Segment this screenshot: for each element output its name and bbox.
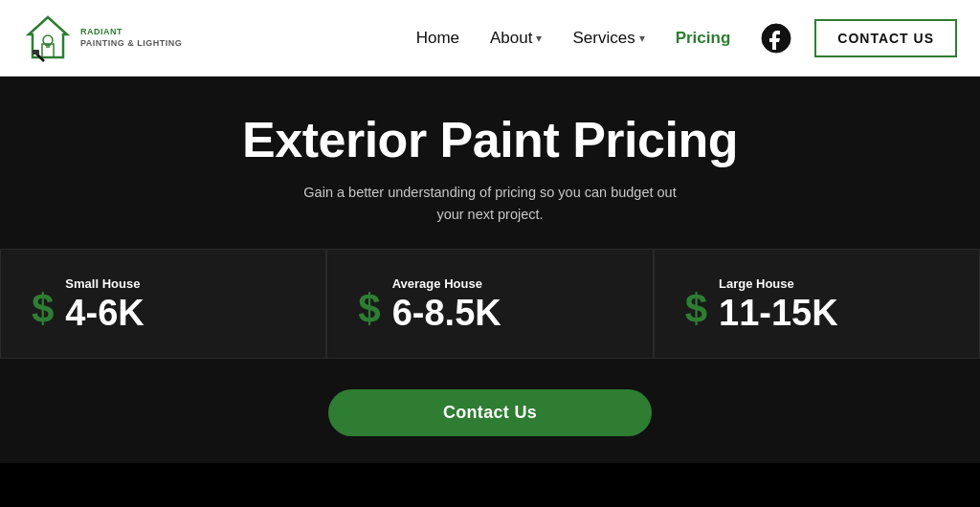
price-label-large: Large House [719,276,838,291]
hero-subtitle: Gain a better understanding of pricing s… [299,182,681,226]
price-amount-large: 11-15K [719,295,838,331]
price-label-average: Average House [392,276,501,291]
nav-link-home[interactable]: Home [416,29,459,48]
dollar-sign-icon: $ [32,289,54,329]
contact-us-cta-button[interactable]: Contact Us [328,389,652,436]
logo: RADIANT PAINTING & LIGHTING [23,13,182,63]
nav-link-services[interactable]: Services ▾ [572,29,644,48]
contact-us-button[interactable]: CONTACT US [814,19,957,57]
dollar-sign-icon: $ [358,289,380,329]
nav-link-pricing[interactable]: Pricing [676,29,731,48]
cta-area: Contact Us [0,359,980,463]
logo-text: RADIANT PAINTING & LIGHTING [80,27,182,49]
nav-item-home[interactable]: Home [416,29,459,48]
nav-link-about[interactable]: About ▾ [490,29,542,48]
pricing-row: $ Small House 4-6K $ Average House 6-8.5… [0,249,980,359]
chevron-down-icon: ▾ [639,32,645,45]
hero-title: Exterior Paint Pricing [19,111,961,168]
hero-section: Exterior Paint Pricing Gain a better und… [0,77,980,249]
nav-item-about[interactable]: About ▾ [490,29,542,48]
price-amount-small: 4-6K [65,295,144,331]
svg-rect-1 [42,44,54,57]
nav-item-pricing[interactable]: Pricing [676,29,731,48]
logo-icon [23,13,73,63]
price-card-average: $ Average House 6-8.5K [326,249,653,359]
price-card-small: $ Small House 4-6K [0,249,326,359]
price-card-large: $ Large House 11-15K [654,249,980,359]
price-label-small: Small House [65,276,144,291]
dollar-sign-icon: $ [685,289,707,329]
svg-rect-6 [33,50,39,55]
price-amount-average: 6-8.5K [392,295,501,331]
navbar: RADIANT PAINTING & LIGHTING Home About ▾… [0,0,980,77]
nav-links: Home About ▾ Services ▾ Pricing [416,29,731,48]
facebook-icon[interactable] [761,23,791,54]
chevron-down-icon: ▾ [536,32,542,45]
nav-item-services[interactable]: Services ▾ [572,29,644,48]
